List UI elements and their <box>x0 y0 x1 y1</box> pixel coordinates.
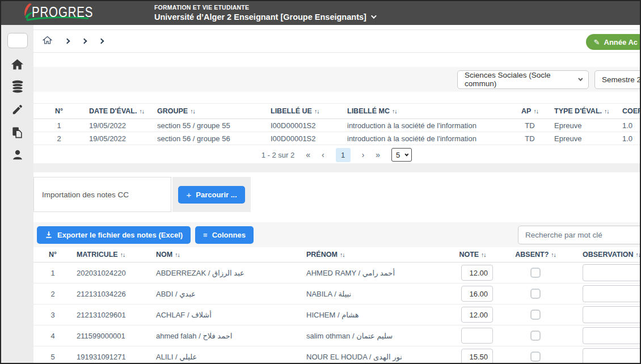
pagination-summary: 1 - 2 sur 2 <box>262 151 295 159</box>
logo-text: PROGRES <box>32 4 93 20</box>
observation-input[interactable] <box>583 327 640 344</box>
sort-icon: ↑↓ <box>481 251 486 258</box>
sidebar-item-data[interactable] <box>11 80 24 94</box>
sort-icon: ↑↓ <box>175 251 180 258</box>
eval-num: 2 <box>33 132 85 145</box>
eval-coef: 1.0 <box>618 119 640 132</box>
chevron-down-icon <box>579 76 583 81</box>
observation-input[interactable] <box>583 348 640 364</box>
search-input[interactable] <box>518 226 640 244</box>
student-matricule: 212131029601 <box>72 304 151 325</box>
absent-checkbox[interactable] <box>530 289 541 299</box>
col-header-groupe[interactable]: GROUPE↑↓ <box>153 104 266 119</box>
home-outline-icon <box>43 35 52 45</box>
col-header-note[interactable]: NOTE↑↓ <box>452 247 493 263</box>
program-select-value: Sciences Sociales (Socle commun) <box>465 71 572 88</box>
semester-select-value: Semestre 2 <box>602 75 640 84</box>
student-prenom: salim othman / سليم عتمان <box>302 325 452 346</box>
evaluation-row[interactable]: 2 19/05/2022 section 56 / groupe 56 I00D… <box>33 132 640 145</box>
app-window: PROGRES FORMATION ET VIE ETUDIANTE Unive… <box>0 0 641 364</box>
section-divider <box>33 163 640 172</box>
note-input[interactable] <box>461 307 493 323</box>
note-input[interactable] <box>461 265 493 281</box>
observation-input[interactable] <box>583 264 640 281</box>
app-title-menu[interactable]: Université d’Alger 2 Enseignant [Groupe … <box>154 12 375 22</box>
export-excel-button[interactable]: Exporter le fichier des notes (Excel) <box>37 226 191 244</box>
copy-icon <box>11 126 24 139</box>
absent-checkbox[interactable] <box>530 352 541 362</box>
note-input[interactable] <box>461 328 493 344</box>
col-header-num[interactable]: N° <box>33 104 85 119</box>
col-header-mc[interactable]: LIBELLÉ MC↑↓ <box>343 104 510 119</box>
col-header-date[interactable]: DATE D'ÉVAL.↑↓ <box>85 104 153 119</box>
note-input[interactable] <box>461 349 493 364</box>
col-header-observation[interactable]: OBSERVATION↑↓ <box>578 247 640 263</box>
academic-year-button[interactable]: ✎ Année Ac <box>586 34 640 50</box>
student-matricule: 211599000001 <box>72 325 151 346</box>
academic-year-label: Année Ac <box>604 38 638 46</box>
student-num: 1 <box>33 263 72 283</box>
browse-button-label: Parcourir ... <box>196 191 237 199</box>
pencil-icon: ✎ <box>594 38 600 46</box>
database-icon <box>11 80 24 94</box>
absent-checkbox[interactable] <box>530 268 541 278</box>
notes-header-row: N° MATRICULE↑↓ NOM↑↓ PRÉNOM↑↓ NOTE↑↓ ABS… <box>33 247 640 263</box>
browse-button[interactable]: + Parcourir ... <box>178 186 244 204</box>
eval-ap: TD <box>510 119 550 132</box>
note-input[interactable] <box>461 286 493 302</box>
col-header-matricule[interactable]: MATRICULE↑↓ <box>72 247 151 263</box>
pagination-page-1[interactable]: 1 <box>336 148 351 162</box>
eval-num: 1 <box>33 119 85 132</box>
pagination-prev[interactable]: ‹ <box>322 150 324 159</box>
col-header-type[interactable]: TYPE D'ÉVAL.↑↓ <box>550 104 618 119</box>
page-size-select[interactable]: 5 <box>391 148 412 162</box>
eval-ue: I00D00001S2 <box>266 119 343 132</box>
student-matricule: 202031024220 <box>72 263 151 283</box>
col-header-num[interactable]: N° <box>33 247 72 263</box>
filter-bar: Sciences Sociales (Socle commun) Semestr… <box>33 67 640 92</box>
student-nom: ALILI / عليلي <box>151 346 302 364</box>
student-prenom: NOUR EL HOUDA / نور الهدى <box>302 346 452 364</box>
eval-date: 19/05/2022 <box>85 132 153 145</box>
student-prenom: AHMED RAMY / أحمد رامي <box>302 263 452 283</box>
student-matricule: 212131034226 <box>72 283 151 304</box>
col-header-nom[interactable]: NOM↑↓ <box>151 247 302 263</box>
sidebar-item-profile[interactable] <box>11 148 24 162</box>
chevron-right-icon <box>82 39 87 44</box>
absent-checkbox[interactable] <box>530 310 541 320</box>
import-browse-zone: + Parcourir ... <box>172 177 251 212</box>
columns-label: Colonnes <box>212 231 246 239</box>
eval-groupe: section 56 / groupe 56 <box>153 132 266 145</box>
pagination-first[interactable]: « <box>306 150 310 159</box>
semester-select[interactable]: Semestre 2 <box>594 70 640 89</box>
col-header-coef[interactable]: COEF <box>618 104 640 119</box>
eval-mc: introduction à la société de l'informati… <box>343 132 510 145</box>
sort-icon: ↑↓ <box>120 251 125 258</box>
col-header-prenom[interactable]: PRÉNOM↑↓ <box>302 247 452 263</box>
page-size-value: 5 <box>396 151 400 159</box>
chevron-down-icon <box>371 13 377 19</box>
sort-icon: ↑↓ <box>551 251 556 258</box>
sidebar-item-edit[interactable] <box>11 103 24 116</box>
col-header-absent[interactable]: ABSENT?↑↓ <box>493 247 578 263</box>
student-row: 2 212131034226 ABDI / عبدي NABILA / نبيل… <box>33 283 640 304</box>
sidebar-toggle[interactable] <box>7 33 28 48</box>
sidebar-item-home[interactable] <box>11 57 24 71</box>
col-header-ap[interactable]: AP↑↓ <box>510 104 550 119</box>
sidebar-item-copy[interactable] <box>11 125 24 139</box>
chevron-right-icon <box>65 39 70 44</box>
evaluation-row[interactable]: 1 19/05/2022 section 55 / groupe 55 I00D… <box>33 119 640 132</box>
breadcrumb-home[interactable] <box>43 35 52 47</box>
absent-checkbox[interactable] <box>530 331 541 341</box>
columns-button[interactable]: ≡ Colonnes <box>195 226 254 244</box>
home-icon <box>11 58 24 71</box>
col-header-ue[interactable]: LIBELLÉ UE↑↓ <box>266 104 343 119</box>
observation-input[interactable] <box>583 306 640 323</box>
breadcrumb: ✎ Année Ac <box>33 29 640 53</box>
program-select[interactable]: Sciences Sociales (Socle commun) <box>457 70 589 89</box>
pagination-next[interactable]: › <box>362 150 365 159</box>
top-bar: PROGRES FORMATION ET VIE ETUDIANTE Unive… <box>1 1 640 25</box>
pagination-last[interactable]: » <box>376 150 380 159</box>
student-num: 3 <box>33 304 72 325</box>
observation-input[interactable] <box>583 285 640 302</box>
